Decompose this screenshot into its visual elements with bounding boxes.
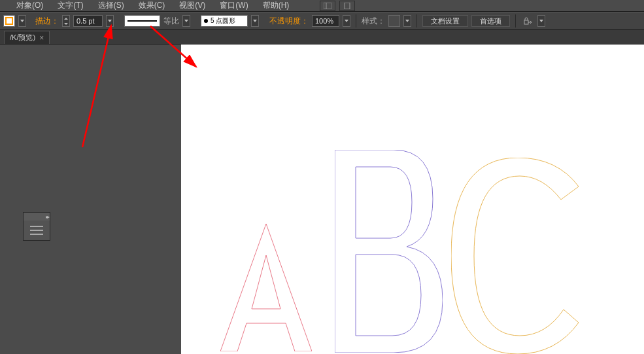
- tab-bar: /K/预览) ×: [0, 30, 644, 44]
- svg-rect-0: [324, 3, 331, 9]
- menu-type[interactable]: 文字(T): [58, 0, 83, 11]
- menu-object[interactable]: 对象(O): [16, 0, 43, 11]
- stroke-weight-dropdown[interactable]: [106, 15, 114, 27]
- opacity-label: 不透明度：: [269, 16, 309, 27]
- doc-icon[interactable]: [339, 1, 355, 11]
- menu-effect[interactable]: 效果(C): [139, 0, 165, 11]
- menu-window[interactable]: 窗口(W): [220, 0, 248, 11]
- prefs-button[interactable]: 首选项: [471, 15, 510, 27]
- letter-a: [220, 224, 312, 351]
- stroke-weight-input[interactable]: [73, 15, 103, 27]
- panel-icon[interactable]: [24, 221, 50, 240]
- opacity-input[interactable]: [312, 15, 339, 27]
- fill-swatch[interactable]: [3, 15, 15, 27]
- layout-icon[interactable]: [320, 1, 335, 11]
- collapse-icon[interactable]: ▸▸: [46, 214, 48, 220]
- panel-header[interactable]: ▸▸: [24, 213, 50, 221]
- tab-label: /K/预览): [10, 33, 35, 43]
- lock-dropdown[interactable]: [537, 15, 545, 27]
- separator: [515, 14, 516, 27]
- document-tab[interactable]: /K/预览) ×: [4, 31, 50, 44]
- tab-close-button[interactable]: ×: [39, 33, 44, 43]
- brush-name: 5 点圆形: [211, 16, 235, 26]
- svg-rect-2: [345, 3, 350, 9]
- profile-dropdown[interactable]: [182, 15, 190, 27]
- menu-bar: 对象(O) 文字(T) 选择(S) 效果(C) 视图(V) 窗口(W) 帮助(H…: [0, 0, 644, 12]
- control-bar: 描边： 等比 5 点圆形 不透明度： 样式： 文档设置 首选项: [0, 12, 644, 30]
- letter-c: [451, 158, 579, 354]
- svg-rect-3: [524, 20, 528, 24]
- menubar-right-icons: [320, 1, 355, 11]
- fill-dropdown[interactable]: [18, 15, 26, 27]
- stroke-spinner[interactable]: [62, 15, 70, 27]
- workspace: ▸▸: [0, 44, 644, 354]
- menu-view[interactable]: 视图(V): [179, 0, 205, 11]
- separator: [356, 14, 356, 27]
- brush-dropdown[interactable]: [251, 15, 259, 27]
- lock-icon[interactable]: [521, 15, 534, 27]
- brush-preview[interactable]: 5 点圆形: [201, 15, 248, 27]
- stroke-label: 描边：: [35, 16, 59, 27]
- profile-label: 等比: [163, 16, 179, 27]
- style-swatch[interactable]: [388, 15, 400, 27]
- menu-help[interactable]: 帮助(H): [263, 0, 290, 11]
- menu-select[interactable]: 选择(S): [98, 0, 124, 11]
- separator: [416, 14, 417, 27]
- style-dropdown[interactable]: [403, 15, 411, 27]
- profile-preview[interactable]: [124, 15, 160, 27]
- floating-panel[interactable]: ▸▸: [23, 212, 50, 241]
- doc-setup-button[interactable]: 文档设置: [422, 15, 468, 27]
- letter-b: [335, 150, 443, 353]
- canvas[interactable]: [181, 44, 644, 354]
- opacity-dropdown[interactable]: [343, 15, 350, 27]
- style-label: 样式：: [362, 16, 385, 27]
- left-sidebar: ▸▸: [0, 44, 181, 354]
